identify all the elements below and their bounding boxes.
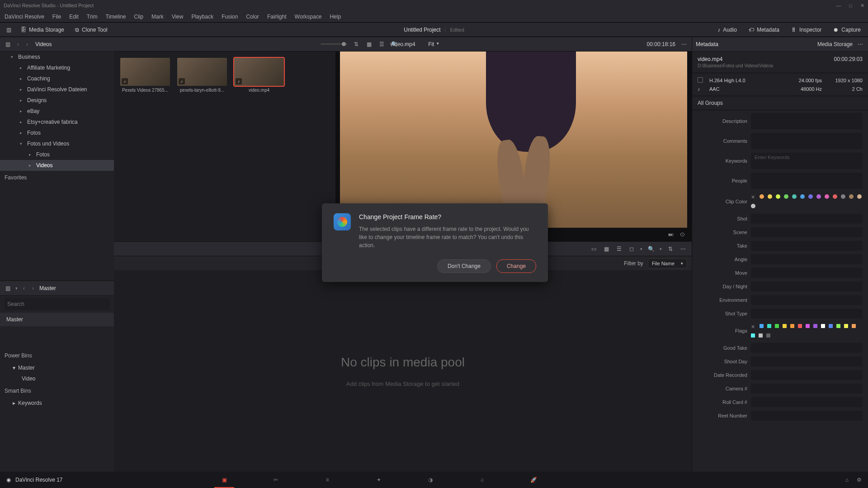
metadata-panel-button[interactable]: 🏷Metadata [746, 25, 782, 35]
search-icon[interactable]: 🔍 [647, 245, 655, 253]
sort-icon[interactable]: ⇅ [666, 245, 675, 253]
color-swatch[interactable] [808, 194, 813, 199]
take-field[interactable] [751, 241, 863, 251]
clip-thumbnail[interactable]: ♪video.mp4 [234, 58, 284, 235]
metadata-groups-dropdown[interactable]: All Groups [692, 96, 868, 110]
sidebar-toggle-icon[interactable]: ▥ [5, 26, 13, 34]
grid-view-icon[interactable]: ▦ [365, 40, 373, 48]
page-fairlight[interactable]: ♫ [476, 474, 487, 485]
flag-swatch[interactable] [767, 324, 771, 328]
more-icon[interactable]: ⋯ [679, 245, 687, 253]
reelnumber-field[interactable] [751, 411, 863, 421]
goodtake-field[interactable] [751, 343, 863, 353]
menu-fusion[interactable]: Fusion [222, 14, 238, 20]
color-swatch[interactable] [776, 194, 780, 199]
media-pool-body[interactable]: No clips in media pool Add clips from Me… [114, 270, 692, 472]
angle-field[interactable] [751, 254, 863, 264]
flag-swatch[interactable] [836, 324, 840, 328]
description-field[interactable] [751, 113, 863, 129]
flag-swatch[interactable] [829, 324, 833, 328]
clear-flag-icon[interactable]: ✕ [751, 324, 755, 330]
grid-view-icon[interactable]: ▦ [602, 245, 610, 253]
page-media[interactable]: ▣ [219, 474, 230, 485]
powerbin-video[interactable]: Video [0, 373, 114, 384]
color-swatch[interactable] [833, 194, 837, 199]
menu-view[interactable]: View [172, 14, 184, 20]
video-track-checkbox[interactable] [698, 77, 703, 83]
flag-swatch[interactable] [821, 324, 825, 328]
nav-fwd-icon[interactable]: › [24, 41, 30, 47]
daynight-field[interactable] [751, 282, 863, 291]
search-input[interactable] [5, 298, 109, 310]
gear-icon[interactable]: ⚙ [857, 477, 862, 483]
flag-swatch[interactable] [760, 324, 764, 328]
color-swatch[interactable] [857, 194, 862, 199]
clip-thumbnail[interactable]: ♪pexels-taryn-elliott-9... [177, 58, 227, 235]
shootday-field[interactable] [751, 357, 863, 366]
comments-field[interactable] [751, 133, 863, 149]
environment-field[interactable] [751, 295, 863, 305]
more-icon[interactable]: ⋯ [680, 40, 688, 48]
favorites-header[interactable]: Favorites [0, 171, 114, 184]
window-close-icon[interactable]: ✕ [860, 3, 864, 9]
menu-mark[interactable]: Mark [151, 14, 164, 20]
color-swatch[interactable] [841, 194, 845, 199]
folder-tree-item[interactable]: ▾Fotos und Videos [0, 138, 114, 149]
chevron-down-icon[interactable]: ▾ [640, 247, 642, 251]
move-field[interactable] [751, 268, 863, 278]
sort-icon[interactable]: ⇅ [352, 40, 360, 48]
nav-fwd-icon[interactable]: › [30, 285, 36, 291]
flag-swatch[interactable] [759, 333, 763, 338]
folder-tree-item[interactable]: ▸DaVinci Resolve Dateien [0, 84, 114, 95]
page-edit[interactable]: ≡ [322, 474, 333, 485]
menu-help[interactable]: Help [330, 14, 341, 20]
filter-dropdown[interactable]: File Name ▾ [648, 258, 687, 268]
flag-swatch[interactable] [798, 324, 802, 328]
menu-playback[interactable]: Playback [191, 14, 213, 20]
menu-timeline[interactable]: Timeline [105, 14, 126, 20]
page-deliver[interactable]: 🚀 [528, 474, 539, 485]
folder-tree-item[interactable]: ▾Business [0, 52, 114, 62]
page-fusion[interactable]: ✦ [373, 474, 384, 485]
capture-panel-button[interactable]: ⏺Capture [830, 25, 863, 35]
menu-file[interactable]: File [52, 14, 61, 20]
folder-tree-item[interactable]: ▸Videos [0, 160, 114, 171]
flag-swatch[interactable] [844, 324, 848, 328]
inspector-panel-button[interactable]: 🎚Inspector [788, 25, 824, 35]
viewer-canvas[interactable] [340, 52, 687, 228]
thumbnail-size-slider[interactable] [321, 43, 348, 45]
menu-edit[interactable]: Edit [69, 14, 79, 20]
folder-tree-item[interactable]: ▸eBay [0, 106, 114, 117]
page-cut[interactable]: ✂ [270, 474, 281, 485]
color-swatch[interactable] [784, 194, 788, 199]
loop-icon[interactable]: ⏲ [680, 231, 685, 238]
power-bins-header[interactable]: Power Bins [0, 349, 114, 362]
list-view-icon[interactable]: ☰ [615, 245, 623, 253]
folder-tree-item[interactable]: ▸Fotos [0, 149, 114, 160]
folder-tree-item[interactable]: ▸Etsy+creative fabrica [0, 117, 114, 127]
clear-color-icon[interactable]: ✕ [751, 194, 755, 200]
strip-view-icon[interactable]: ▭ [590, 245, 598, 253]
panel-toggle-icon[interactable]: ▥ [4, 40, 12, 48]
folder-tree-item[interactable]: ▸Affiliate Marketing [0, 62, 114, 73]
flag-swatch[interactable] [775, 324, 779, 328]
shot-field[interactable] [751, 214, 863, 224]
people-field[interactable] [751, 173, 863, 189]
chevron-down-icon[interactable]: ▾ [15, 286, 18, 291]
smartbin-keywords[interactable]: ▸Keywords [0, 398, 114, 408]
dont-change-button[interactable]: Don't Change [437, 259, 491, 273]
menu-fairlight[interactable]: Fairlight [267, 14, 287, 20]
page-color[interactable]: ◑ [425, 474, 436, 485]
color-swatch[interactable] [760, 194, 764, 199]
menu-workspace[interactable]: Workspace [295, 14, 322, 20]
clip-thumbnail[interactable]: ♪Pexels Videos 27865... [120, 58, 170, 235]
color-swatch[interactable] [768, 194, 772, 199]
color-swatch[interactable] [849, 194, 854, 199]
home-icon[interactable]: ⌂ [845, 477, 849, 483]
nav-back-icon[interactable]: ‹ [15, 41, 21, 47]
menu-trim[interactable]: Trim [87, 14, 98, 20]
color-swatch[interactable] [800, 194, 805, 199]
cameranum-field[interactable] [751, 384, 863, 394]
folder-tree-item[interactable]: ▸Coaching [0, 73, 114, 84]
window-maximize-icon[interactable]: □ [849, 3, 852, 9]
